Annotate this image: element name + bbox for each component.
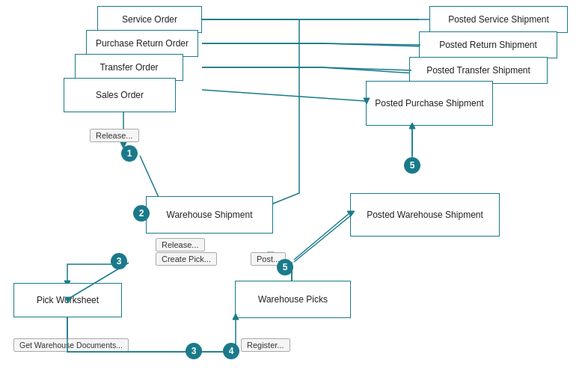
- svg-line-8: [294, 215, 352, 262]
- posted-purchase-box: Posted Purchase Shipment: [366, 81, 493, 126]
- pick-worksheet-box: Pick Worksheet: [13, 283, 122, 317]
- posted-service-box: Posted Service Shipment: [429, 6, 568, 33]
- svg-line-16: [294, 213, 350, 260]
- step-5a-circle: 5: [277, 259, 293, 275]
- warehouse-picks-box: Warehouse Picks: [235, 281, 351, 318]
- svg-line-2: [140, 156, 161, 202]
- create-pick-button[interactable]: Create Pick...: [156, 252, 217, 266]
- purchase-return-box: Purchase Return Order: [86, 30, 198, 57]
- transfer-order-box: Transfer Order: [75, 54, 183, 81]
- step-2-circle: 2: [133, 205, 150, 222]
- posted-warehouse-box: Posted Warehouse Shipment: [350, 193, 500, 237]
- step-4-circle: 4: [223, 343, 239, 359]
- step-3a-circle: 3: [111, 253, 127, 269]
- posted-return-box: Posted Return Shipment: [419, 31, 557, 58]
- step-1-circle: 1: [121, 145, 138, 162]
- get-warehouse-docs-button[interactable]: Get Warehouse Documents...: [13, 338, 129, 352]
- sales-order-box: Sales Order: [64, 78, 176, 112]
- posted-transfer-box: Posted Transfer Shipment: [409, 57, 548, 84]
- warehouse-shipment-box: Warehouse Shipment: [146, 196, 273, 234]
- register-button[interactable]: Register...: [241, 338, 290, 352]
- release-button-2[interactable]: Release...: [156, 238, 205, 251]
- svg-line-12: [202, 90, 366, 101]
- service-order-box: Service Order: [97, 6, 202, 33]
- step-5b-circle: 5: [404, 157, 420, 174]
- step-3b-circle: 3: [186, 343, 202, 359]
- diagram: Service Order Purchase Return Order Tran…: [0, 0, 588, 375]
- release-button-1[interactable]: Release...: [90, 129, 139, 142]
